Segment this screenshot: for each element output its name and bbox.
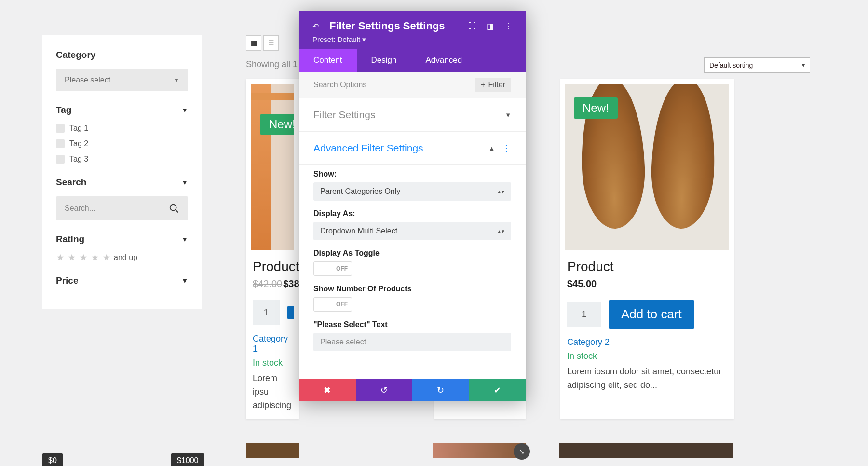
redo-button[interactable]: ↻ <box>412 379 469 401</box>
show-number-label: Show Number Of Products <box>313 285 511 293</box>
sort-label: Default sorting <box>709 61 753 69</box>
undo-icon[interactable]: ↶ <box>312 22 319 31</box>
checkbox-icon <box>56 139 65 148</box>
select-arrows-icon: ▲▼ <box>497 229 504 234</box>
advanced-filter-body: Show: Parent Categories Only▲▼ Display A… <box>299 165 526 379</box>
rating-section: Rating ▼ and up <box>56 234 188 262</box>
undo-button[interactable]: ↺ <box>356 379 413 401</box>
product-title[interactable]: Product <box>565 259 729 274</box>
tag-section: Tag ▼ Tag 1 Tag 2 Tag 3 <box>56 105 188 164</box>
star-icon <box>56 253 65 262</box>
please-select-label: "Please Select" Text <box>313 320 511 329</box>
stock-status: In stock <box>251 358 294 368</box>
quantity-input[interactable]: 1 <box>567 302 601 327</box>
product-image[interactable] <box>433 443 526 458</box>
display-toggle[interactable]: OFF <box>313 261 352 276</box>
tab-content[interactable]: Content <box>299 49 357 72</box>
product-card <box>559 443 733 458</box>
close-icon: ✖ <box>324 385 331 396</box>
advanced-filter-settings-section[interactable]: Advanced Filter Settings ▲⋮ <box>299 132 526 165</box>
tab-design[interactable]: Design <box>357 49 411 72</box>
grid-view-button[interactable]: ▦ <box>246 35 261 51</box>
modal-header[interactable]: ↶ Filter Settings Settings ⛶ ◨ ⋮ Preset:… <box>299 11 526 49</box>
section-title: Filter Settings <box>313 109 375 121</box>
product-description: Lorem ipsuadipiscing <box>251 372 294 414</box>
filter-settings-modal: ↶ Filter Settings Settings ⛶ ◨ ⋮ Preset:… <box>299 11 526 401</box>
rating-title[interactable]: Rating ▼ <box>56 234 188 245</box>
display-toggle-label: Display As Toggle <box>313 249 511 258</box>
category-link[interactable]: Category 1 <box>251 334 294 354</box>
save-button[interactable]: ✔ <box>469 379 526 401</box>
add-to-cart-button[interactable]: Add to cart <box>609 300 694 329</box>
display-as-select[interactable]: Dropdown Multi Select▲▼ <box>313 222 511 240</box>
price-min-handle[interactable]: $0 <box>42 453 63 466</box>
rating-suffix: and up <box>114 253 137 262</box>
product-card: New! Product $42.00$38 1 Category 1 In s… <box>246 79 299 419</box>
rating-filter[interactable]: and up <box>56 253 188 262</box>
toggle-state: OFF <box>333 265 348 272</box>
section-title: Advanced Filter Settings <box>313 142 423 154</box>
more-icon[interactable]: ⋮ <box>504 22 512 31</box>
show-label: Show: <box>313 170 511 178</box>
product-price: $42.00$38 <box>251 278 294 289</box>
new-badge: New! <box>260 114 294 135</box>
sale-badge <box>251 93 294 100</box>
more-icon[interactable]: ⋮ <box>502 142 511 154</box>
chevron-down-icon: ▼ <box>181 178 188 186</box>
tag-title[interactable]: Tag ▼ <box>56 105 188 115</box>
tag-checkbox-1[interactable]: Tag 1 <box>56 124 188 133</box>
product-title[interactable]: Product <box>251 259 294 274</box>
preset-select[interactable]: Preset: Default ▾ <box>312 35 512 44</box>
search-input[interactable]: Search... <box>56 196 188 220</box>
old-price: $42.00 <box>253 278 282 289</box>
filter-settings-section[interactable]: Filter Settings ▼ <box>299 98 526 132</box>
resize-handle[interactable]: ⤡ <box>514 443 530 460</box>
category-link[interactable]: Category 2 <box>565 337 729 347</box>
list-view-button[interactable]: ☰ <box>263 35 279 51</box>
tag-label: Tag 1 <box>69 124 88 133</box>
product-price: $45.00 <box>565 278 729 289</box>
search-placeholder: Search... <box>65 204 95 213</box>
modal-title: Filter Settings Settings <box>329 20 458 32</box>
search-title[interactable]: Search ▼ <box>56 177 188 188</box>
check-icon: ✔ <box>494 385 501 396</box>
redo-icon: ↻ <box>437 385 444 396</box>
cancel-button[interactable]: ✖ <box>299 379 356 401</box>
price-title[interactable]: Price ▼ <box>56 275 188 286</box>
price: $38 <box>283 278 299 289</box>
chevron-down-icon: ▼ <box>174 77 179 83</box>
product-card <box>433 443 526 458</box>
show-number-toggle[interactable]: OFF <box>313 297 352 312</box>
product-card: New! Product $45.00 1 Add to cart Catego… <box>560 79 734 419</box>
checkbox-icon <box>56 155 65 164</box>
please-select-input[interactable]: Please select <box>313 333 511 351</box>
tag-checkbox-2[interactable]: Tag 2 <box>56 139 188 148</box>
product-image[interactable] <box>559 443 733 458</box>
chevron-down-icon: ▼ <box>505 111 511 119</box>
quantity-input[interactable]: 1 <box>253 300 280 325</box>
tag-label: Tag 2 <box>69 139 88 148</box>
sort-select[interactable]: Default sorting <box>704 57 810 73</box>
add-to-cart-button[interactable] <box>287 306 294 319</box>
product-image[interactable]: New! <box>565 84 729 250</box>
show-select[interactable]: Parent Categories Only▲▼ <box>313 182 511 201</box>
star-icon <box>91 253 99 262</box>
product-image[interactable]: New! <box>251 84 294 250</box>
category-section: Category Please select ▼ <box>56 50 188 91</box>
price-max-handle[interactable]: $1000 <box>171 453 204 466</box>
svg-line-1 <box>176 210 178 213</box>
tag-checkbox-3[interactable]: Tag 3 <box>56 155 188 164</box>
product-image[interactable] <box>246 443 299 458</box>
category-select[interactable]: Please select ▼ <box>56 69 188 91</box>
tab-advanced[interactable]: Advanced <box>411 49 476 72</box>
select-arrows-icon: ▲▼ <box>497 189 504 194</box>
svg-point-0 <box>170 205 176 211</box>
snap-icon[interactable]: ◨ <box>487 22 494 31</box>
toggle-knob <box>314 262 333 275</box>
add-filter-button[interactable]: +Filter <box>475 78 511 92</box>
undo-icon: ↺ <box>380 385 388 396</box>
expand-icon[interactable]: ⛶ <box>468 22 476 30</box>
search-options-input[interactable]: Search Options <box>313 81 366 89</box>
toggle-knob <box>314 298 333 311</box>
search-title-label: Search <box>56 177 86 188</box>
